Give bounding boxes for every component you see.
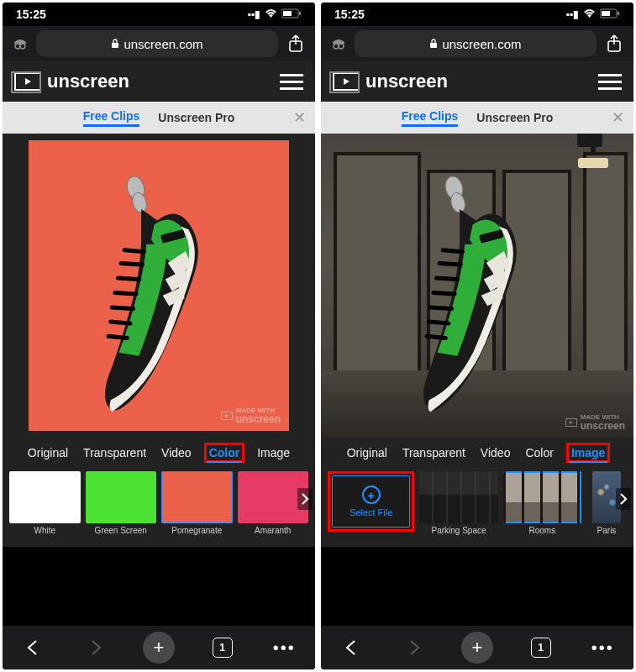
new-tab-button[interactable]: + [461,632,493,664]
bg-tabs: Original Transparent Video Color Image [321,438,633,468]
close-icon[interactable]: ✕ [612,108,624,127]
bgtab-transparent[interactable]: Transparent [81,444,149,461]
signal-icon: ▪▪▮ [247,8,260,20]
clock: 15:25 [334,8,365,21]
svg-rect-1 [299,12,301,15]
url-pill[interactable]: unscreen.com [355,30,597,57]
color-swatch-row: White Green Screen Pomegranate Amaranth [3,468,315,547]
close-icon[interactable]: ✕ [293,108,306,127]
hamburger-icon[interactable] [280,74,303,90]
svg-point-20 [334,44,339,49]
bgtab-original[interactable]: Original [25,444,71,461]
back-button[interactable] [19,633,48,662]
bgtab-video[interactable]: Video [478,444,513,461]
tabs-button[interactable]: 1 [527,633,555,662]
plus-circle-icon: + [362,486,381,504]
swatch-green-screen[interactable] [86,471,157,523]
browser-bottom-nav: + 1 ••• [3,626,315,669]
share-icon[interactable] [603,34,625,53]
nav-tabs: Free Clips Unscreen Pro ✕ [321,102,633,134]
nav-tabs: Free Clips Unscreen Pro ✕ [3,102,315,134]
svg-line-12 [115,287,136,299]
brand-logo[interactable]: unscreen [333,71,448,92]
tab-free-clips[interactable]: Free Clips [402,109,459,127]
app-header: unscreen [321,61,633,102]
status-bar: 15:25 ▪▪▮ [321,3,633,26]
play-icon [221,412,233,420]
preview-area: MADE WITH unscreen [3,134,315,438]
more-button[interactable]: ••• [588,633,617,662]
preview-canvas-image: MADE WITHunscreen [321,134,633,438]
status-bar: 15:25 ▪▪▮ [3,3,315,26]
incognito-icon[interactable] [329,34,348,53]
play-frame-icon [333,72,360,91]
preview-canvas-color: MADE WITH unscreen [29,140,289,431]
browser-url-bar: unscreen.com [3,26,315,61]
wifi-icon [583,8,596,21]
svg-line-29 [434,287,455,299]
back-button[interactable] [338,633,366,662]
phone-left: 15:25 ▪▪▮ unscreen.com unscreen [3,3,315,669]
thumb-parking-space[interactable] [419,471,497,523]
swatch-label: White [34,526,55,535]
bgtab-color[interactable]: Color [523,444,555,461]
swatch-pomegranate[interactable] [161,471,233,523]
svg-rect-18 [618,12,619,15]
tab-unscreen-pro[interactable]: Unscreen Pro [476,111,553,124]
play-icon [565,418,577,427]
thumb-label: Rooms [528,526,555,535]
svg-line-28 [436,273,457,285]
bgtab-image[interactable]: Image [569,444,607,463]
incognito-icon[interactable] [11,34,29,53]
select-file-button[interactable]: + Select File [332,475,410,528]
swatch-label: Pomegranate [171,526,222,535]
wm-brand: unscreen [581,421,625,431]
bgtab-color[interactable]: Color [207,444,243,463]
signal-icon: ▪▪▮ [565,8,579,20]
hamburger-icon[interactable] [598,74,622,90]
phone-right: 15:25 ▪▪▮ unscreen.com unscreen Free Cli… [321,3,633,669]
url-text: unscreen.com [442,37,521,51]
lock-icon [429,37,438,51]
battery-icon [281,8,302,21]
browser-bottom-nav: + 1 ••• [321,626,633,669]
brand-logo[interactable]: unscreen [14,71,129,92]
tab-unscreen-pro[interactable]: Unscreen Pro [158,111,234,124]
swatch-white[interactable] [9,471,81,523]
svg-point-21 [339,44,344,49]
chevron-right-icon[interactable] [297,488,313,510]
status-indicators: ▪▪▮ [247,8,302,21]
svg-point-3 [15,44,20,49]
forward-button[interactable] [81,633,109,662]
shoe-graphic [42,149,276,433]
forward-button[interactable] [399,633,428,662]
image-thumb-row: + Select File Parking Space Rooms Paris [321,468,633,547]
more-button[interactable]: ••• [270,633,298,662]
bgtab-video[interactable]: Video [159,444,194,461]
watermark: MADE WITHunscreen [565,414,625,431]
preview-area: MADE WITHunscreen [321,134,633,438]
watermark: MADE WITH unscreen [221,407,281,424]
share-icon[interactable] [285,34,307,53]
new-tab-button[interactable]: + [143,632,175,664]
wm-brand: unscreen [236,414,281,424]
swatch-label: Amaranth [255,526,291,535]
bgtab-image[interactable]: Image [255,444,292,461]
battery-icon [600,8,620,21]
svg-rect-2 [283,11,292,16]
bgtab-transparent[interactable]: Transparent [400,444,468,461]
tabs-button[interactable]: 1 [208,633,237,662]
svg-line-11 [118,273,139,285]
tab-free-clips[interactable]: Free Clips [83,109,140,127]
thumb-label: Paris [597,526,617,535]
brand-text: unscreen [47,71,129,92]
thumb-label: Parking Space [431,526,486,535]
url-pill[interactable]: unscreen.com [36,30,278,57]
wifi-icon [265,8,277,21]
clock: 15:25 [16,8,46,21]
lock-icon [111,37,119,51]
thumb-rooms[interactable] [503,471,581,523]
chevron-right-icon[interactable] [616,488,631,510]
bgtab-original[interactable]: Original [344,444,390,461]
select-file-label: Select File [350,507,392,517]
